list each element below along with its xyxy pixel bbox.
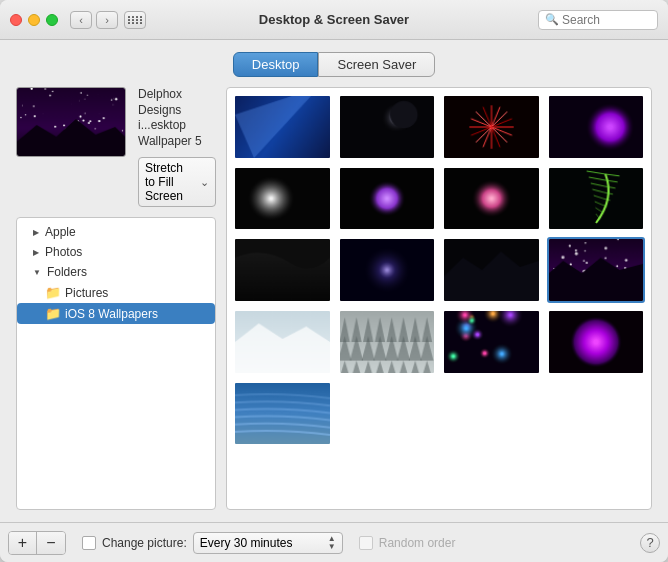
sidebar-item-apple[interactable]: ▶ Apple [17, 222, 215, 242]
wallpaper-canvas-8 [549, 168, 644, 230]
triangle-open-icon: ▼ [33, 268, 41, 277]
interval-dropdown[interactable]: Every 30 minutes ▲ ▼ [193, 532, 343, 554]
preview-image [16, 87, 126, 157]
folder-icon-selected: 📁 [45, 306, 61, 321]
arrow-down-icon: ▼ [328, 543, 336, 551]
sidebar-item-photos[interactable]: ▶ Photos [17, 242, 215, 262]
wallpaper-canvas-11 [444, 239, 539, 301]
wallpaper-thumb-4[interactable] [547, 94, 646, 160]
preview-info: Delphox Designs i...esktop Wallpaper 5 S… [138, 87, 216, 207]
sidebar-label-photos: Photos [45, 245, 82, 259]
search-input[interactable] [562, 13, 651, 27]
preview-canvas [17, 88, 125, 156]
change-picture-checkbox[interactable] [82, 536, 96, 550]
wallpaper-thumb-9[interactable] [233, 237, 332, 303]
change-picture-area: Change picture: Every 30 minutes ▲ ▼ [82, 532, 343, 554]
grid-icon [128, 16, 143, 24]
wallpaper-canvas-1 [235, 96, 330, 158]
traffic-lights [10, 14, 58, 26]
sidebar-label-pictures: Pictures [65, 286, 108, 300]
wallpaper-canvas-10 [340, 239, 435, 301]
add-remove-buttons: + − [8, 531, 66, 555]
change-picture-label: Change picture: [102, 536, 187, 550]
titlebar: ‹ › Desktop & Screen Saver 🔍 [0, 0, 668, 40]
wallpaper-thumb-15[interactable] [442, 309, 541, 375]
wallpaper-thumb-13[interactable] [233, 309, 332, 375]
minimize-button[interactable] [28, 14, 40, 26]
bottom-right: ? [640, 533, 660, 553]
wallpaper-canvas-14 [340, 311, 435, 373]
wallpaper-canvas-12 [549, 239, 644, 301]
wallpaper-canvas-7 [444, 168, 539, 230]
triangle-icon: ▶ [33, 248, 39, 257]
left-panel: Delphox Designs i...esktop Wallpaper 5 S… [16, 87, 216, 510]
wallpaper-canvas-6 [340, 168, 435, 230]
random-order-area: Random order [359, 536, 456, 550]
remove-source-button[interactable]: − [37, 532, 65, 554]
wallpaper-thumb-7[interactable] [442, 166, 541, 232]
add-source-button[interactable]: + [9, 532, 37, 554]
wallpaper-canvas-2 [340, 96, 435, 158]
fill-mode-label: Stretch to Fill Screen [145, 161, 196, 203]
content-area: Desktop Screen Saver Delphox Designs i..… [0, 40, 668, 522]
forward-button[interactable]: › [96, 11, 118, 29]
triangle-icon: ▶ [33, 228, 39, 237]
wallpaper-thumb-12[interactable] [547, 237, 646, 303]
stepper-arrows-icon: ▲ ▼ [328, 535, 336, 551]
random-order-checkbox[interactable] [359, 536, 373, 550]
search-box[interactable]: 🔍 [538, 10, 658, 30]
tab-bar: Desktop Screen Saver [16, 52, 652, 77]
wallpaper-name: Delphox Designs i...esktop Wallpaper 5 [138, 87, 216, 149]
wallpaper-thumb-8[interactable] [547, 166, 646, 232]
sidebar-item-pictures[interactable]: 📁 Pictures [17, 282, 215, 303]
wallpaper-canvas-9 [235, 239, 330, 301]
close-button[interactable] [10, 14, 22, 26]
wallpaper-thumb-2[interactable] [338, 94, 437, 160]
wallpaper-thumb-1[interactable] [233, 94, 332, 160]
sidebar-label-apple: Apple [45, 225, 76, 239]
wallpaper-thumb-10[interactable] [338, 237, 437, 303]
window-title: Desktop & Screen Saver [259, 12, 409, 27]
sidebar-label-ios8: iOS 8 Wallpapers [65, 307, 158, 321]
folder-icon: 📁 [45, 285, 61, 300]
wallpaper-canvas-16 [549, 311, 644, 373]
wallpaper-canvas-15 [444, 311, 539, 373]
back-button[interactable]: ‹ [70, 11, 92, 29]
wallpaper-thumb-14[interactable] [338, 309, 437, 375]
fill-mode-dropdown[interactable]: Stretch to Fill Screen ⌄ [138, 157, 216, 207]
wallpaper-thumb-6[interactable] [338, 166, 437, 232]
main-window: ‹ › Desktop & Screen Saver 🔍 Desktop Scr… [0, 0, 668, 562]
tab-desktop[interactable]: Desktop [233, 52, 319, 77]
wallpaper-thumb-17[interactable] [233, 381, 332, 447]
search-icon: 🔍 [545, 13, 559, 26]
wallpaper-canvas-17 [235, 383, 330, 445]
wallpaper-thumb-11[interactable] [442, 237, 541, 303]
sidebar-item-ios8[interactable]: 📁 iOS 8 Wallpapers [17, 303, 215, 324]
wallpaper-thumb-3[interactable] [442, 94, 541, 160]
tab-screensaver[interactable]: Screen Saver [318, 52, 435, 77]
random-order-label: Random order [379, 536, 456, 550]
help-button[interactable]: ? [640, 533, 660, 553]
source-sidebar[interactable]: ▶ Apple ▶ Photos ▼ Folders 📁 Pictures [16, 217, 216, 510]
preview-area: Delphox Designs i...esktop Wallpaper 5 S… [16, 87, 216, 207]
nav-buttons: ‹ › [70, 11, 118, 29]
wallpaper-thumb-16[interactable] [547, 309, 646, 375]
wallpaper-thumb-5[interactable] [233, 166, 332, 232]
grid-view-button[interactable] [124, 11, 146, 29]
sidebar-label-folders: Folders [47, 265, 87, 279]
bottom-toolbar: + − Change picture: Every 30 minutes ▲ ▼… [0, 522, 668, 562]
wallpaper-canvas-4 [549, 96, 644, 158]
interval-label: Every 30 minutes [200, 536, 293, 550]
wallpaper-grid[interactable] [226, 87, 652, 510]
wallpaper-canvas-13 [235, 311, 330, 373]
dropdown-arrow-icon: ⌄ [200, 176, 209, 189]
main-area: Delphox Designs i...esktop Wallpaper 5 S… [16, 87, 652, 510]
wallpaper-canvas-5 [235, 168, 330, 230]
wallpaper-canvas-3 [444, 96, 539, 158]
maximize-button[interactable] [46, 14, 58, 26]
sidebar-item-folders[interactable]: ▼ Folders [17, 262, 215, 282]
